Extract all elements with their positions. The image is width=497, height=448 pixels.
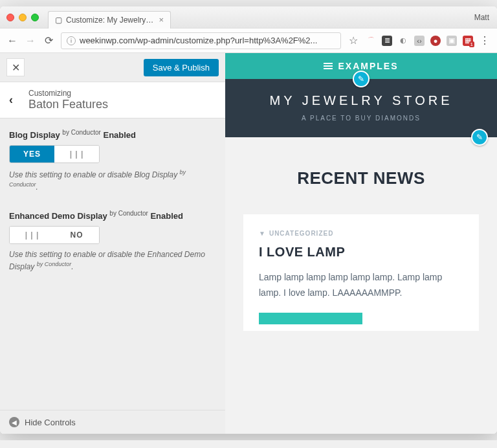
nav-forward-icon: → [25, 35, 36, 47]
save-publish-button[interactable]: Save & Publish [144, 59, 219, 76]
control-label: Blog Display by Conductor Enabled [9, 129, 216, 140]
nav-reload-icon[interactable]: ⟳ [43, 34, 54, 47]
hide-controls-label: Hide Controls [25, 418, 76, 427]
nav-back-icon[interactable]: ← [6, 35, 18, 47]
window-close-dot[interactable] [6, 14, 14, 21]
urlbar: ← → ⟳ i weekinwp.com/wp-admin/customize.… [0, 28, 497, 53]
post-title[interactable]: I LOVE LAMP [259, 245, 463, 260]
preview-header: ✎ MY JEWELRY STORE A PLACE TO BUY DIAMON… [225, 79, 497, 137]
post-body: Lamp lamp lamp lamp lamp lamp. Lamp lamp… [259, 270, 463, 301]
post-category[interactable]: ▼ UNCATEGORIZED [259, 230, 463, 237]
profile-name[interactable]: Matt [474, 13, 489, 22]
toggle-no[interactable]: NO [54, 227, 99, 243]
ext-icon-2[interactable]: ≣ [382, 36, 392, 46]
control-enhanced-demo: Enhanced Demo Display by Conductor Enabl… [9, 210, 216, 273]
preview-body: RECENT NEWS ▼ UNCATEGORIZED I LOVE LAMP … [225, 137, 497, 434]
bookmark-star-icon[interactable]: ☆ [348, 34, 359, 47]
extension-icons: ⌒ ≣ ◐ ‹› ● ▣ ▦1 ⋮ [366, 34, 491, 47]
browser-tab[interactable]: ▢ Customize: My Jewelry store × [48, 11, 171, 28]
toggle-handle[interactable]: | | | [54, 146, 99, 162]
site-tagline: A PLACE TO BUY DIAMONDS [232, 115, 491, 122]
control-blog-display: Blog Display by Conductor Enabled YES | … [9, 129, 216, 193]
customizer-close-button[interactable]: ✕ [6, 58, 25, 76]
read-more-button[interactable] [259, 313, 362, 324]
ext-icon-5[interactable]: ● [430, 36, 441, 46]
toggle-yes[interactable]: YES [10, 146, 54, 162]
control-label: Enhanced Demo Display by Conductor Enabl… [9, 210, 216, 221]
hamburger-icon[interactable] [324, 63, 333, 69]
edit-shortcut-icon[interactable]: ✎ [471, 129, 488, 146]
customizer-sidebar: ✕ Save & Publish ‹ Customizing Baton Fea… [0, 53, 225, 434]
section-header: ‹ Customizing Baton Features [0, 82, 225, 118]
post-card: ▼ UNCATEGORIZED I LOVE LAMP Lamp lamp la… [243, 214, 479, 331]
topbar-label: EXAMPLES [338, 61, 398, 71]
control-help: Use this setting to enable or disable Bl… [9, 168, 216, 193]
toggle-handle[interactable]: | | | [10, 227, 54, 243]
titlebar: ▢ Customize: My Jewelry store × Matt [0, 6, 497, 28]
ext-icon-1[interactable]: ⌒ [366, 36, 376, 46]
browser-window: ▢ Customize: My Jewelry store × Matt ← →… [0, 6, 497, 434]
content: ✕ Save & Publish ‹ Customizing Baton Fea… [0, 53, 497, 434]
ext-icon-4[interactable]: ‹› [414, 36, 425, 46]
tag-icon: ▼ [259, 230, 266, 237]
sidebar-header: ✕ Save & Publish [0, 53, 225, 82]
url-text: weekinwp.com/wp-admin/customize.php?url=… [80, 36, 317, 45]
url-field[interactable]: i weekinwp.com/wp-admin/customize.php?ur… [61, 32, 341, 49]
toggle-blog-display[interactable]: YES | | | [9, 145, 100, 163]
tab-title: Customize: My Jewelry store [66, 16, 155, 25]
toggle-enhanced-demo[interactable]: | | | NO [9, 226, 100, 244]
site-title: MY JEWELRY STORE [232, 93, 491, 108]
tab-favicon: ▢ [55, 16, 62, 25]
control-help: Use this setting to enable or disable th… [9, 249, 216, 273]
window-minimize-dot[interactable] [19, 14, 27, 21]
controls-list: Blog Display by Conductor Enabled YES | … [0, 118, 225, 434]
customizing-label: Customizing [28, 89, 108, 98]
collapse-icon: ◀ [9, 417, 19, 427]
ext-icon-7[interactable]: ▦1 [463, 36, 473, 46]
back-arrow-icon[interactable]: ‹ [9, 93, 22, 107]
edit-shortcut-icon[interactable]: ✎ [353, 71, 370, 87]
tab-close-icon[interactable]: × [159, 15, 164, 25]
ext-icon-6[interactable]: ▣ [447, 36, 457, 46]
recent-news-heading: RECENT NEWS [243, 137, 479, 214]
window-zoom-dot[interactable] [31, 14, 39, 21]
section-title: Baton Features [28, 98, 108, 111]
preview-pane: EXAMPLES ✎ MY JEWELRY STORE A PLACE TO B… [225, 53, 497, 434]
hide-controls-button[interactable]: ◀ Hide Controls [0, 410, 225, 434]
traffic-lights [6, 14, 39, 21]
ext-icon-3[interactable]: ◐ [398, 36, 408, 46]
browser-menu-icon[interactable]: ⋮ [479, 34, 491, 47]
site-info-icon[interactable]: i [67, 36, 76, 45]
